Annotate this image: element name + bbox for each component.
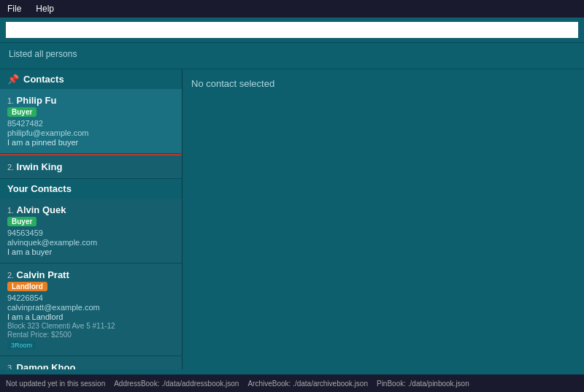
archive-book-path: ArchiveBook: ./data/archivebook.json [247, 380, 368, 388]
contact-item-damon-khoo[interactable]: 3. Damon Khoo Tenant [0, 356, 182, 369]
status-message: Listed all persons [0, 43, 584, 69]
left-panel: 📌 Contacts 1. Philip Fu Buyer 85427482 p… [0, 69, 182, 369]
no-contact-selected-text: No contact selected [191, 78, 274, 89]
your-contact-name-3: Damon Khoo [17, 362, 76, 369]
your-contact-name-2: Calvin Pratt [17, 269, 69, 280]
help-menu[interactable]: Help [33, 2, 57, 15]
your-contact-note-2: I am a Landlord [7, 312, 174, 321]
badge-buyer-1: Buyer [7, 107, 36, 117]
file-menu[interactable]: File [4, 2, 24, 15]
your-contact-number-3: 3. [7, 364, 14, 369]
contacts-section-header: 📌 Contacts [0, 69, 182, 89]
contact-item-philip-fu[interactable]: 1. Philip Fu Buyer 85427482 philipfu@exa… [0, 89, 182, 154]
menu-bar: File Help [0, 0, 584, 18]
contact-note-1: I am a pinned buyer [7, 138, 174, 147]
your-contact-note-1: I am a buyer [7, 247, 174, 256]
badge-buyer-alvin: Buyer [7, 217, 36, 226]
contact-email-1: philipfu@example.com [7, 128, 174, 137]
pin-icon: 📌 [7, 74, 19, 85]
room-badge-calvin: 3Room [7, 341, 36, 350]
your-contact-address-2: Block 323 Clementi Ave 5 #11-12 [7, 322, 174, 330]
main-layout: 📌 Contacts 1. Philip Fu Buyer 85427482 p… [0, 69, 584, 369]
contact-number-2: 2. [7, 163, 14, 172]
your-contact-email-2: calvinpratt@example.com [7, 303, 174, 312]
search-input[interactable] [6, 22, 578, 38]
your-contact-rental-2: Rental Price: $2500 [7, 331, 174, 339]
contact-number-1: 1. [7, 96, 14, 105]
contact-item-irwin-king[interactable]: 2. Irwin King [0, 155, 182, 179]
contact-name-2: Irwin King [17, 161, 63, 172]
bottom-status-bar: Not updated yet in this session AddressB… [0, 374, 584, 392]
contact-phone-1: 85427482 [7, 119, 174, 128]
pin-book-path: PinBook: ./data/pinbook.json [377, 380, 469, 388]
your-contact-phone-2: 94226854 [7, 293, 174, 302]
your-contact-phone-1: 94563459 [7, 228, 174, 237]
address-book-path: AddressBook: ./data/addressbook.json [114, 380, 239, 388]
contacts-section-title: Contacts [23, 74, 64, 85]
badge-landlord-calvin: Landlord [7, 282, 47, 291]
your-contact-name-1: Alvin Quek [17, 204, 66, 215]
status-text: Listed all persons [9, 49, 77, 59]
search-bar [0, 18, 584, 43]
contact-item-calvin-pratt[interactable]: 2. Calvin Pratt Landlord 94226854 calvin… [0, 264, 182, 356]
your-contacts-section-header: Your Contacts [0, 179, 182, 199]
contact-item-alvin-quek[interactable]: 1. Alvin Quek Buyer 94563459 alvinquek@e… [0, 199, 182, 264]
your-contact-email-1: alvinquek@example.com [7, 238, 174, 247]
right-panel: No contact selected [182, 69, 584, 369]
your-contacts-section-title: Your Contacts [7, 183, 72, 194]
your-contact-number-1: 1. [7, 206, 14, 215]
contact-name-1: Philip Fu [17, 95, 57, 106]
session-status: Not updated yet in this session [6, 380, 105, 388]
your-contact-number-2: 2. [7, 271, 14, 280]
